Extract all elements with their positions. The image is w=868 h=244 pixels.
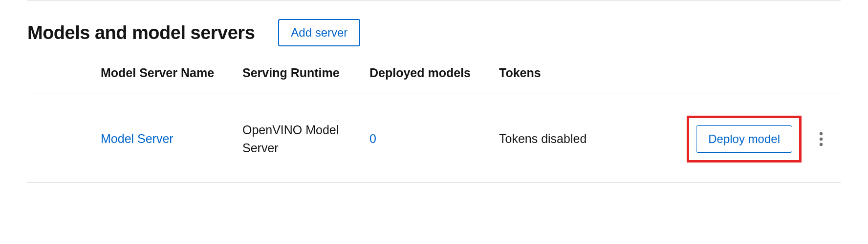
table-row: Model Server OpenVINO Model Server 0 Tok… (27, 94, 841, 183)
model-server-name-link[interactable]: Model Server (101, 132, 174, 145)
add-server-button[interactable]: Add server (278, 19, 360, 46)
svg-point-0 (820, 132, 823, 135)
deploy-model-button[interactable]: Deploy model (696, 125, 792, 153)
highlight-annotation: Deploy model (687, 116, 802, 163)
kebab-menu-icon[interactable] (811, 129, 831, 149)
svg-point-2 (820, 143, 823, 146)
column-header-deployed: Deployed models (369, 66, 499, 80)
section-title: Models and model servers (27, 22, 255, 43)
model-servers-table: Model Server Name Serving Runtime Deploy… (27, 66, 841, 183)
column-header-tokens: Tokens (499, 66, 592, 80)
svg-point-1 (820, 138, 823, 141)
column-header-name: Model Server Name (101, 66, 242, 80)
tokens-cell: Tokens disabled (499, 130, 592, 148)
deployed-models-link[interactable]: 0 (369, 132, 376, 145)
column-header-runtime: Serving Runtime (242, 66, 369, 80)
serving-runtime-cell: OpenVINO Model Server (242, 121, 369, 158)
